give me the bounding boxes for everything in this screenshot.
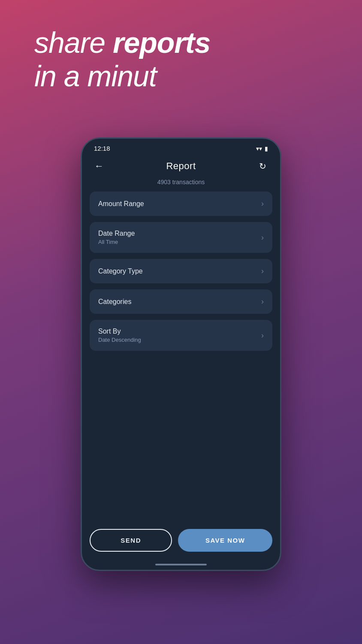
chevron-right-icon: ›	[261, 267, 264, 276]
status-bar: 12:18 ▾▾ ▮	[82, 139, 280, 155]
filter-sort-by-label: Sort By	[98, 328, 141, 335]
filter-sort-by[interactable]: Sort By Date Descending ›	[90, 320, 272, 351]
save-now-button[interactable]: SAVE NOW	[178, 529, 272, 552]
filter-category-type-label: Category Type	[98, 267, 143, 275]
app-header: ← Report ↻	[82, 155, 280, 179]
filter-date-range-label: Date Range	[98, 230, 135, 237]
page-title: Report	[166, 161, 196, 172]
refresh-button[interactable]: ↻	[256, 161, 270, 171]
battery-icon: ▮	[265, 145, 268, 152]
chevron-right-icon: ›	[261, 233, 264, 242]
filter-category-type[interactable]: Category Type ›	[90, 259, 272, 283]
filter-date-range[interactable]: Date Range All Time ›	[90, 222, 272, 253]
filter-sort-by-sublabel: Date Descending	[98, 337, 141, 343]
chevron-right-icon: ›	[261, 331, 264, 340]
filter-categories[interactable]: Categories ›	[90, 289, 272, 314]
filter-amount-range-label: Amount Range	[98, 200, 144, 208]
filter-amount-range[interactable]: Amount Range ›	[90, 191, 272, 216]
status-icons: ▾▾ ▮	[256, 145, 268, 152]
filter-date-range-content: Date Range All Time	[98, 230, 135, 245]
headline-line1: share reports	[34, 26, 210, 59]
phone-screen: 12:18 ▾▾ ▮ ← Report ↻ 4903 transactions …	[81, 137, 281, 571]
transaction-count: 4903 transactions	[82, 179, 280, 185]
home-indicator	[155, 564, 207, 565]
headline: share reports in a minut	[34, 26, 328, 93]
filter-amount-range-content: Amount Range	[98, 200, 144, 208]
status-time: 12:18	[94, 145, 110, 152]
back-button[interactable]: ←	[92, 161, 106, 172]
filter-categories-content: Categories	[98, 298, 131, 306]
chevron-right-icon: ›	[261, 199, 264, 208]
bottom-buttons: SEND SAVE NOW	[82, 523, 280, 564]
filter-sort-by-content: Sort By Date Descending	[98, 328, 141, 343]
filter-categories-label: Categories	[98, 298, 131, 306]
chevron-right-icon: ›	[261, 297, 264, 306]
filter-date-range-sublabel: All Time	[98, 239, 135, 245]
filter-list: Amount Range › Date Range All Time › Cat…	[82, 191, 280, 523]
filter-category-type-content: Category Type	[98, 267, 143, 275]
send-button[interactable]: SEND	[90, 529, 172, 552]
phone-mockup: 12:18 ▾▾ ▮ ← Report ↻ 4903 transactions …	[81, 137, 281, 571]
wifi-icon: ▾▾	[256, 145, 262, 152]
